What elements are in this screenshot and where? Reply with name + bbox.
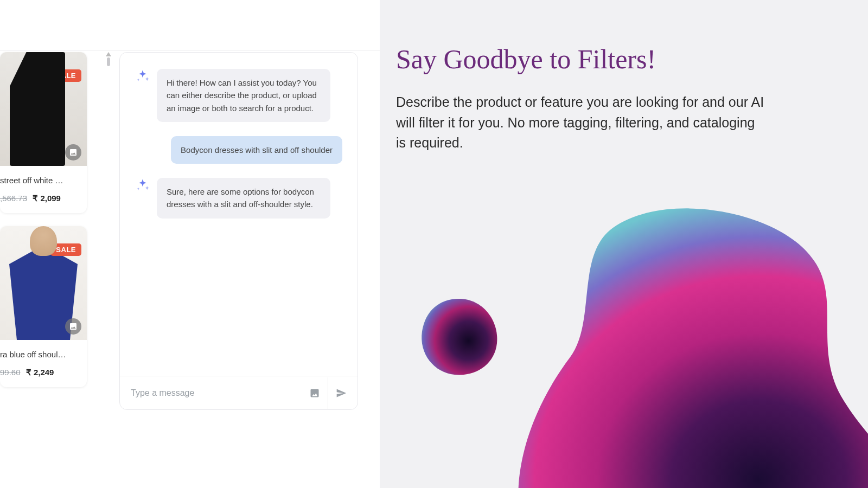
product-price: ,566.73 ₹ 2,099 bbox=[0, 187, 87, 213]
chat-bubble-user: Bodycon dresses with slit and off should… bbox=[171, 136, 342, 164]
send-icon[interactable] bbox=[330, 382, 352, 404]
sparkle-icon bbox=[135, 178, 150, 193]
chat-bubble-bot: Sure, here are some options for bodycon … bbox=[157, 178, 330, 219]
scroll-handle[interactable] bbox=[105, 52, 112, 66]
product-title: street off white … bbox=[0, 166, 87, 187]
price-new: ₹ 2,249 bbox=[26, 368, 54, 377]
sparkle-icon bbox=[135, 69, 150, 84]
marketing-panel: Say Goodbye to Filters! Describe the pro… bbox=[380, 0, 868, 488]
product-title: ra blue off shoul… bbox=[0, 340, 87, 361]
gradient-blob-large bbox=[510, 195, 868, 488]
product-image: SALE bbox=[0, 226, 87, 340]
price-new: ₹ 2,099 bbox=[33, 194, 61, 203]
product-results-column: SALE street off white … ,566.73 ₹ 2,099 … bbox=[0, 52, 90, 400]
image-search-icon[interactable] bbox=[65, 144, 81, 160]
product-card[interactable]: SALE ra blue off shoul… 99.60 ₹ 2,249 bbox=[0, 226, 87, 387]
app-screenshot-panel: SALE street off white … ,566.73 ₹ 2,099 … bbox=[0, 0, 380, 488]
hero-title: Say Goodbye to Filters! bbox=[396, 43, 656, 75]
price-old: ,566.73 bbox=[0, 194, 27, 203]
image-search-icon[interactable] bbox=[65, 318, 81, 335]
divider bbox=[328, 377, 328, 409]
gradient-blob-small bbox=[419, 297, 499, 377]
chat-message-bot: Sure, here are some options for bodycon … bbox=[135, 178, 342, 219]
chat-bubble-bot: Hi there! How can I assist you today? Yo… bbox=[157, 69, 330, 122]
hero-description: Describe the product or feature you are … bbox=[396, 92, 765, 153]
product-price: 99.60 ₹ 2,249 bbox=[0, 361, 87, 387]
chat-message-user: Bodycon dresses with slit and off should… bbox=[135, 136, 342, 164]
price-old: 99.60 bbox=[0, 368, 21, 377]
product-image: SALE bbox=[0, 52, 87, 166]
sale-badge: SALE bbox=[50, 243, 81, 256]
chat-input-bar bbox=[120, 376, 358, 409]
chat-panel: Hi there! How can I assist you today? Yo… bbox=[119, 52, 358, 410]
image-upload-icon[interactable] bbox=[304, 382, 326, 404]
product-card[interactable]: SALE street off white … ,566.73 ₹ 2,099 bbox=[0, 52, 87, 213]
sale-badge: SALE bbox=[50, 69, 81, 82]
chat-input[interactable] bbox=[120, 376, 304, 409]
chat-messages: Hi there! How can I assist you today? Yo… bbox=[120, 53, 358, 376]
divider bbox=[0, 50, 380, 50]
chat-message-bot: Hi there! How can I assist you today? Yo… bbox=[135, 69, 342, 122]
